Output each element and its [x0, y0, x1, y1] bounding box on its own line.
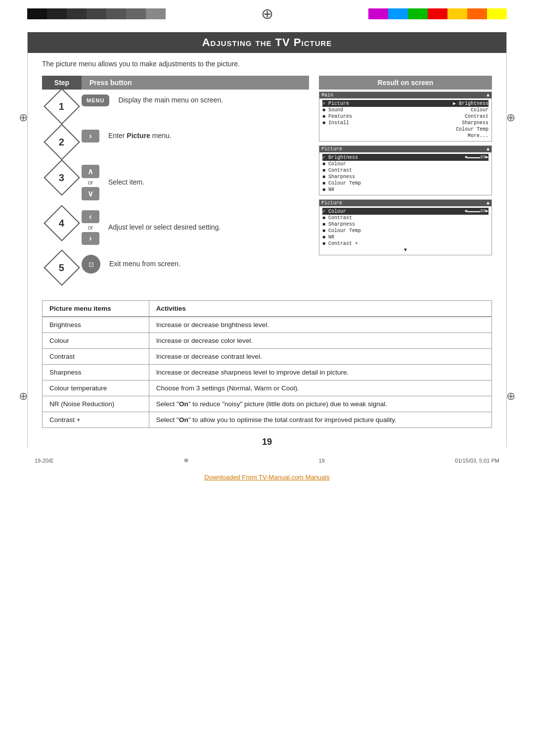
table-row: Sharpness Increase or decrease sharpness… [43, 365, 492, 380]
step-num-5: 5 [42, 253, 82, 281]
top-deco-bar: ⊕ [0, 0, 534, 27]
deco-block [388, 8, 408, 19]
deco-block [126, 8, 146, 19]
down-arrow-button[interactable]: ∨ [82, 187, 99, 200]
page-number: 19 [42, 437, 492, 447]
deco-block [67, 8, 87, 19]
page-title: Adjusting the TV Picture [27, 32, 507, 53]
activity-sharpness: Increase or decrease sharpness level to … [149, 365, 491, 380]
step-row-2: 2 › Enter Picture menu. [42, 127, 309, 157]
step-4-btn-area: ‹ or › Adjust level or select desired se… [82, 208, 309, 247]
page-subtitle: The picture menu allows you to make adju… [42, 60, 492, 68]
deco-block [487, 8, 507, 19]
screen-3-row-5: ■ NR [322, 234, 489, 240]
activity-colour: Increase or decrease color level. [149, 333, 491, 349]
crosshair-bottom-right: ⊕ [506, 390, 515, 403]
screen-3-row-4: ■ Colour Temp [322, 228, 489, 234]
table-row: Colour Increase or decrease color level. [43, 333, 492, 349]
footer-right: 01/15/03, 5:01 PM [455, 458, 499, 464]
exit-button[interactable]: ⊡ [82, 255, 100, 274]
left-right-nav-group: ‹ or › [82, 210, 99, 245]
table-row: Contrast Increase or decrease contrast l… [43, 349, 492, 365]
screen-2-title: Picture▲ [319, 146, 491, 152]
activity-nr: Select "On" to reduce "noisy" picture (l… [149, 396, 491, 412]
screen-3-bottom-arrow: ▼ [322, 247, 489, 253]
footer-left: 19-20/E [35, 458, 54, 464]
deco-block [87, 8, 106, 19]
screen-1-row-6: More... [322, 133, 489, 139]
step-3-btn-area: ∧ or ∨ Select item. [82, 163, 309, 202]
step-left-col: Step Press button 1 MENU Display the mai… [42, 76, 309, 288]
deco-left [27, 8, 166, 19]
step-number-4: 4 [59, 218, 64, 229]
footer-center: 19 [318, 458, 324, 464]
activity-brightness: Increase or decrease brightness level. [149, 317, 491, 333]
menu-item-sharpness: Sharpness [43, 365, 149, 380]
step-4-desc: Adjust level or select desired setting. [104, 221, 309, 235]
screen-2-row-3: ■ Contrast [322, 167, 489, 174]
crosshair-right: ⊕ [506, 111, 515, 124]
deco-block [146, 8, 166, 19]
screen-2: Picture▲ ✓ Brightness◄▬▬▬▬▬59▶ ■ Colour … [319, 145, 492, 195]
result-column: Result on screen Main▲ ✓ Picture▶ Bright… [309, 76, 492, 288]
screen-3: Picture▲ ✓ Colour◄▬▬▬▬▬59▶ ■ Contrast ■ … [319, 199, 492, 255]
screen-2-row-6: ■ NR [322, 187, 489, 193]
table-row: Contrast + Select "On" to allow you to o… [43, 412, 492, 428]
deco-block [428, 8, 447, 19]
step-number-2: 2 [59, 137, 64, 148]
menu-button[interactable]: MENU [82, 94, 109, 106]
screen-1-row-2: ■ SoundColour [322, 107, 489, 113]
activity-contrast-plus: Select "On" to allow you to optimise the… [149, 412, 491, 428]
step-row-4: 4 ‹ or › Adjust level or select desired … [42, 208, 309, 247]
menu-items-header: Picture menu items [43, 301, 149, 317]
deco-block [106, 8, 126, 19]
result-header: Result on screen [319, 76, 492, 90]
screen-2-row-2: ■ Colour [322, 161, 489, 167]
step-num-1: 1 [42, 92, 82, 119]
step-number-5: 5 [59, 262, 64, 274]
screen-3-row-3: ■ Sharpness [322, 221, 489, 228]
up-arrow-button[interactable]: ∧ [82, 165, 99, 178]
right-arrow-button-4[interactable]: › [82, 232, 99, 245]
up-down-nav-group: ∧ or ∨ [82, 165, 99, 200]
screen-3-title: Picture▲ [319, 200, 491, 206]
step-2-desc: Enter Picture menu. [104, 129, 309, 143]
margin-line-right [506, 32, 507, 447]
left-arrow-button[interactable]: ‹ [82, 210, 99, 223]
menu-item-contrast-plus: Contrast + [43, 412, 149, 428]
activity-colour-temp: Choose from 3 settings (Normal, Warm or … [149, 380, 491, 396]
screen-3-row-2: ■ Contrast [322, 215, 489, 221]
deco-block [27, 8, 47, 19]
screen-1-row-5: Colour Temp [322, 126, 489, 133]
step-num-3: 3 [42, 163, 82, 190]
step-row-3: 3 ∧ or ∨ Select item. [42, 163, 309, 202]
step-1-desc: Display the main menu on screen. [114, 94, 309, 107]
screen-2-row-4: ■ Sharpness [322, 174, 489, 180]
footer: 19-20/E ⊕ 19 01/15/03, 5:01 PM [0, 452, 534, 469]
menu-item-colour-temp: Colour temperature [43, 380, 149, 396]
step-number-1: 1 [59, 101, 64, 112]
screen-3-row-6: ■ Contrast + [322, 240, 489, 247]
deco-block [47, 8, 67, 19]
press-col-header: Press button [82, 76, 309, 90]
screen-1-row-3: ■ FeaturesContrast [322, 113, 489, 120]
deco-block [447, 8, 467, 19]
activities-header: Activities [149, 301, 491, 317]
table-row: Brightness Increase or decrease brightne… [43, 317, 492, 333]
result-screens: Main▲ ✓ Picture▶ Brightness ■ SoundColou… [319, 92, 492, 255]
menu-item-contrast: Contrast [43, 349, 149, 365]
step-3-desc: Select item. [104, 176, 309, 189]
menu-items-table: Picture menu items Activities Brightness… [42, 300, 492, 428]
step-num-4: 4 [42, 208, 82, 236]
crosshair-left: ⊕ [19, 111, 28, 124]
crosshair-bottom-left: ⊕ [19, 390, 28, 403]
step-num-2: 2 [42, 127, 82, 155]
screen-2-row-1: ✓ Brightness◄▬▬▬▬▬59▶ [322, 154, 489, 161]
step-table: Step Press button 1 MENU Display the mai… [42, 76, 492, 288]
menu-item-brightness: Brightness [43, 317, 149, 333]
table-row: NR (Noise Reduction) Select "On" to redu… [43, 396, 492, 412]
or-label-3: or [88, 179, 93, 186]
right-arrow-button[interactable]: › [82, 130, 99, 142]
deco-block [467, 8, 487, 19]
tv-manual-link[interactable]: Downloaded From TV-Manual.com Manuals [204, 473, 329, 481]
